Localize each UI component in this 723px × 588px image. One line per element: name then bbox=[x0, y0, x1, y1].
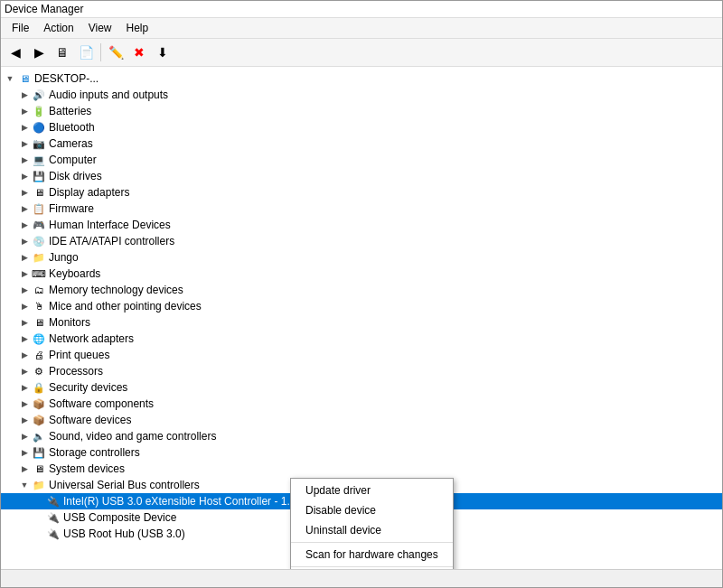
keyboards-label: Keyboards bbox=[49, 267, 100, 280]
tree-item-hid[interactable]: ▶ 🎮 Human Interface Devices bbox=[1, 217, 722, 233]
menu-action[interactable]: Action bbox=[36, 20, 80, 36]
tree-item-ide[interactable]: ▶ 💿 IDE ATA/ATAPI controllers bbox=[1, 233, 722, 249]
software-dev-label: Software devices bbox=[49, 414, 131, 426]
system-icon: 🖥 bbox=[32, 462, 46, 476]
expand-intel-usb bbox=[32, 494, 46, 509]
tree-item-software-dev[interactable]: ▶ 📦 Software devices bbox=[1, 412, 722, 428]
tree-item-audio[interactable]: ▶ 🔊 Audio inputs and outputs bbox=[1, 87, 722, 103]
context-menu-sep-2 bbox=[291, 566, 453, 567]
tree-item-security[interactable]: ▶ 🔒 Security devices bbox=[1, 379, 722, 396]
tree-item-software-comp[interactable]: ▶ 📦 Software components bbox=[1, 396, 722, 412]
software-comp-label: Software components bbox=[49, 397, 154, 410]
computer-label: Computer bbox=[49, 154, 97, 166]
ide-icon: 💿 bbox=[32, 234, 46, 248]
processors-label: Processors bbox=[49, 365, 103, 378]
update-driver-button[interactable]: ✏️ bbox=[105, 42, 127, 63]
device-manager-window: Device Manager File Action View Help ◀ ▶… bbox=[0, 0, 723, 588]
expand-usb: ▼ bbox=[17, 478, 32, 492]
expand-jungo: ▶ bbox=[17, 250, 32, 265]
monitors-icon: 🖥 bbox=[32, 315, 46, 330]
expand-sound: ▶ bbox=[17, 429, 32, 443]
usb-label: Universal Serial Bus controllers bbox=[49, 479, 200, 491]
expand-print: ▶ bbox=[17, 348, 32, 362]
root-icon: 🖥 bbox=[17, 71, 32, 86]
expand-processors: ▶ bbox=[17, 364, 32, 378]
ide-label: IDE ATA/ATAPI controllers bbox=[49, 235, 174, 247]
forward-button[interactable]: ▶ bbox=[28, 42, 50, 63]
context-menu-update-driver[interactable]: Update driver bbox=[291, 481, 453, 500]
usb-composite-label: USB Composite Device bbox=[63, 511, 176, 524]
tree-item-processors[interactable]: ▶ ⚙ Processors bbox=[1, 363, 722, 379]
expand-icon-root: ▼ bbox=[3, 71, 17, 86]
tree-item-keyboards[interactable]: ▶ ⌨ Keyboards bbox=[1, 266, 722, 282]
context-menu-sep-1 bbox=[291, 542, 453, 543]
sound-label: Sound, video and game controllers bbox=[49, 430, 216, 443]
menu-view[interactable]: View bbox=[81, 20, 119, 36]
tree-item-batteries[interactable]: ▶ 🔋 Batteries bbox=[1, 103, 722, 119]
tree-item-jungo[interactable]: ▶ 📁 Jungo bbox=[1, 249, 722, 266]
expand-keyboards: ▶ bbox=[17, 266, 32, 281]
expand-ide: ▶ bbox=[17, 234, 32, 248]
intel-usb-icon: 🔌 bbox=[46, 494, 61, 509]
tree-root[interactable]: ▼ 🖥 DESKTOP-... bbox=[1, 70, 722, 87]
tree-item-system[interactable]: ▶ 🖥 System devices bbox=[1, 461, 722, 477]
expand-firmware: ▶ bbox=[17, 201, 32, 216]
bluetooth-label: Bluetooth bbox=[49, 121, 95, 134]
tree-item-disk[interactable]: ▶ 💾 Disk drives bbox=[1, 168, 722, 184]
tree-item-network[interactable]: ▶ 🌐 Network adapters bbox=[1, 331, 722, 347]
context-menu-uninstall-device[interactable]: Uninstall device bbox=[291, 520, 453, 540]
menu-file[interactable]: File bbox=[5, 20, 36, 36]
computer-icon: 💻 bbox=[32, 153, 46, 167]
expand-storage: ▶ bbox=[17, 445, 32, 460]
system-label: System devices bbox=[49, 462, 125, 475]
print-icon: 🖨 bbox=[32, 348, 46, 362]
cameras-label: Cameras bbox=[49, 137, 93, 150]
usb-root-label: USB Root Hub (USB 3.0) bbox=[63, 527, 185, 540]
cameras-icon: 📷 bbox=[32, 136, 46, 151]
tree-item-monitors[interactable]: ▶ 🖥 Monitors bbox=[1, 314, 722, 331]
expand-network: ▶ bbox=[17, 331, 32, 346]
usb-root-icon: 🔌 bbox=[46, 527, 61, 541]
memory-icon: 🗂 bbox=[32, 283, 46, 297]
software-comp-icon: 📦 bbox=[32, 397, 46, 411]
back-button[interactable]: ◀ bbox=[5, 42, 26, 63]
expand-display: ▶ bbox=[17, 185, 32, 200]
context-menu-disable-device[interactable]: Disable device bbox=[291, 500, 453, 520]
tree-item-computer[interactable]: ▶ 💻 Computer bbox=[1, 152, 722, 168]
scan-button[interactable]: ⬇ bbox=[152, 42, 174, 63]
mice-icon: 🖱 bbox=[32, 299, 46, 313]
tree-item-mice[interactable]: ▶ 🖱 Mice and other pointing devices bbox=[1, 298, 722, 314]
jungo-icon: 📁 bbox=[32, 250, 46, 265]
storage-icon: 💾 bbox=[32, 445, 46, 460]
tree-item-print[interactable]: ▶ 🖨 Print queues bbox=[1, 347, 722, 363]
expand-bluetooth: ▶ bbox=[17, 120, 32, 135]
processors-icon: ⚙ bbox=[32, 364, 46, 378]
tree-item-storage[interactable]: ▶ 💾 Storage controllers bbox=[1, 444, 722, 461]
tree-item-cameras[interactable]: ▶ 📷 Cameras bbox=[1, 135, 722, 152]
memory-label: Memory technology devices bbox=[49, 284, 183, 296]
toolbar-sep-1 bbox=[100, 43, 101, 61]
tree-item-display[interactable]: ▶ 🖥 Display adapters bbox=[1, 184, 722, 201]
jungo-label: Jungo bbox=[49, 251, 79, 264]
expand-audio: ▶ bbox=[17, 88, 32, 102]
display-icon: 🖥 bbox=[32, 185, 46, 200]
bluetooth-icon: 🔵 bbox=[32, 120, 46, 135]
menu-help[interactable]: Help bbox=[119, 20, 156, 36]
context-menu-scan[interactable]: Scan for hardware changes bbox=[291, 545, 453, 565]
mice-label: Mice and other pointing devices bbox=[49, 300, 202, 313]
menu-bar: File Action View Help bbox=[1, 18, 722, 39]
tree-item-memory[interactable]: ▶ 🗂 Memory technology devices bbox=[1, 282, 722, 298]
computer-button[interactable]: 🖥 bbox=[52, 42, 73, 63]
expand-usb-composite bbox=[32, 510, 46, 525]
tree-item-sound[interactable]: ▶ 🔈 Sound, video and game controllers bbox=[1, 428, 722, 444]
properties-button[interactable]: 📄 bbox=[75, 42, 97, 63]
expand-mice: ▶ bbox=[17, 299, 32, 313]
tree-item-bluetooth[interactable]: ▶ 🔵 Bluetooth bbox=[1, 119, 722, 135]
firmware-icon: 📋 bbox=[32, 201, 46, 216]
tree-item-firmware[interactable]: ▶ 📋 Firmware bbox=[1, 201, 722, 217]
expand-cameras: ▶ bbox=[17, 136, 32, 151]
print-label: Print queues bbox=[49, 349, 109, 361]
uninstall-button[interactable]: ✖ bbox=[128, 42, 150, 63]
keyboards-icon: ⌨ bbox=[32, 266, 46, 281]
audio-icon: 🔊 bbox=[32, 88, 46, 102]
